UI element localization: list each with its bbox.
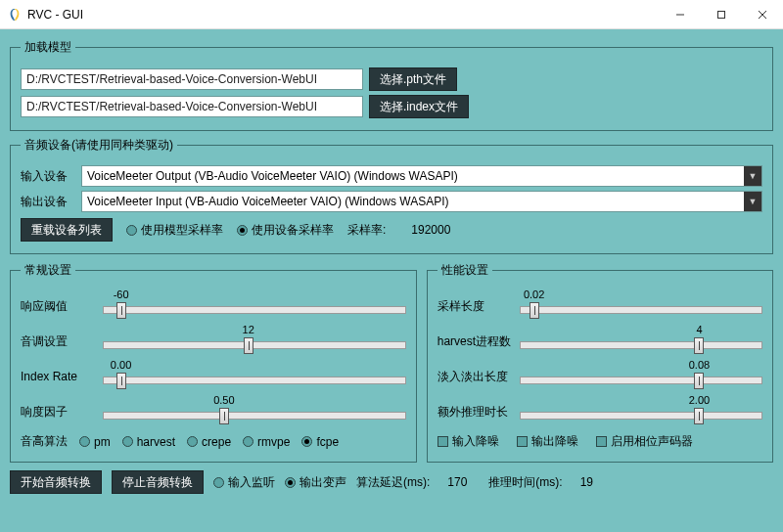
index-rate-label: Index Rate <box>21 370 97 383</box>
chevron-down-icon: ▼ <box>744 166 761 186</box>
radio-algo-fcpe[interactable]: fcpe <box>301 435 339 449</box>
maximize-button[interactable] <box>701 0 742 29</box>
infer-label: 推理时间(ms): <box>488 474 562 491</box>
close-button[interactable] <box>742 0 783 29</box>
minimize-button[interactable] <box>660 0 701 29</box>
radio-algo-pm[interactable]: pm <box>79 435 111 449</box>
loudness-label: 响度因子 <box>21 404 97 421</box>
radio-output-vc[interactable]: 输出变声 <box>285 474 346 491</box>
input-device-select[interactable]: VoiceMeeter Output (VB-Audio VoiceMeeter… <box>81 165 762 187</box>
input-device-value: VoiceMeeter Output (VB-Audio VoiceMeeter… <box>82 169 744 183</box>
group-performance: 性能设置 采样长度 0.02 harvest进程数 4 淡入淡出长度 <box>427 262 773 463</box>
legend-performance: 性能设置 <box>438 262 492 279</box>
select-index-button[interactable]: 选择.index文件 <box>369 95 469 118</box>
check-input-denoise[interactable]: 输入降噪 <box>438 433 499 450</box>
pitch-slider[interactable]: 12 <box>103 328 406 355</box>
radio-model-samplerate[interactable]: 使用模型采样率 <box>126 222 223 239</box>
index-path-input[interactable] <box>21 96 363 117</box>
check-output-denoise[interactable]: 输出降噪 <box>517 433 578 450</box>
loudness-slider[interactable]: 0.50 <box>103 398 406 425</box>
select-pth-button[interactable]: 选择.pth文件 <box>369 67 457 91</box>
radio-algo-crepe[interactable]: crepe <box>187 435 231 449</box>
fade-label: 淡入淡出长度 <box>438 369 514 385</box>
threshold-label: 响应阈值 <box>21 298 97 315</box>
legend-general: 常规设置 <box>21 262 75 279</box>
latency-label: 算法延迟(ms): <box>356 474 430 491</box>
pth-path-input[interactable] <box>21 68 363 90</box>
pitch-label: 音调设置 <box>21 333 97 350</box>
fade-slider[interactable]: 0.08 <box>520 363 762 390</box>
legend-load-model: 加载模型 <box>21 39 75 56</box>
extra-time-slider[interactable]: 2.00 <box>520 398 762 425</box>
app-icon <box>8 8 22 22</box>
group-load-model: 加载模型 选择.pth文件 选择.index文件 <box>10 39 773 131</box>
group-audio-device: 音频设备(请使用同种类驱动) 输入设备 VoiceMeeter Output (… <box>10 137 773 254</box>
radio-listen-input[interactable]: 输入监听 <box>213 474 275 491</box>
radio-device-samplerate[interactable]: 使用设备采样率 <box>237 222 334 239</box>
pitch-algo-label: 音高算法 <box>21 433 68 450</box>
threshold-slider[interactable]: -60 <box>103 292 406 320</box>
infer-value: 19 <box>580 475 593 489</box>
extra-time-label: 额外推理时长 <box>438 404 514 421</box>
reload-devices-button[interactable]: 重载设备列表 <box>21 218 113 242</box>
samplerate-label: 采样率: <box>347 222 386 239</box>
radio-algo-rmvpe[interactable]: rmvpe <box>243 435 290 449</box>
index-rate-slider[interactable]: 0.00 <box>103 363 406 390</box>
latency-value: 170 <box>447 475 467 489</box>
harvest-proc-slider[interactable]: 4 <box>520 328 762 355</box>
block-size-slider[interactable]: 0.02 <box>520 292 762 320</box>
output-device-value: VoiceMeeter Input (VB-Audio VoiceMeeter … <box>82 195 744 208</box>
input-device-label: 输入设备 <box>21 168 75 185</box>
chevron-down-icon: ▼ <box>744 192 761 211</box>
window-title: RVC - GUI <box>27 8 83 22</box>
group-general: 常规设置 响应阈值 -60 音调设置 12 Index Rate <box>10 262 417 463</box>
output-device-select[interactable]: VoiceMeeter Input (VB-Audio VoiceMeeter … <box>81 191 762 212</box>
check-phase-vocoder[interactable]: 启用相位声码器 <box>596 433 693 450</box>
harvest-proc-label: harvest进程数 <box>438 333 514 350</box>
svg-rect-0 <box>718 11 725 18</box>
legend-audio-device: 音频设备(请使用同种类驱动) <box>21 137 177 154</box>
samplerate-value: 192000 <box>411 223 450 237</box>
stop-convert-button[interactable]: 停止音频转换 <box>112 470 204 494</box>
block-size-label: 采样长度 <box>438 298 514 315</box>
output-device-label: 输出设备 <box>21 194 75 210</box>
radio-algo-harvest[interactable]: harvest <box>122 435 175 449</box>
start-convert-button[interactable]: 开始音频转换 <box>10 470 102 494</box>
